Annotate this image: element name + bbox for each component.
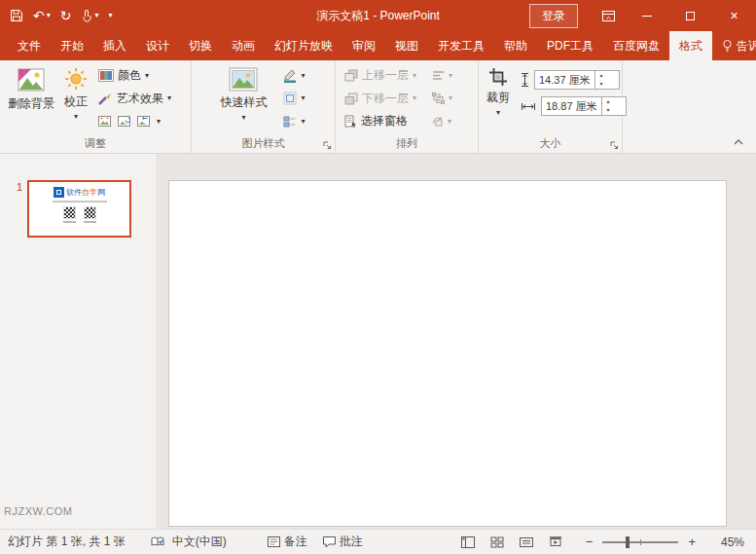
- notes-button[interactable]: 备注: [268, 534, 307, 550]
- minimize-button[interactable]: [625, 0, 668, 31]
- crop-button[interactable]: 裁剪 ▾: [482, 63, 515, 135]
- reset-picture-button[interactable]: [137, 116, 150, 127]
- login-button[interactable]: 登录: [529, 4, 578, 28]
- width-spin-up[interactable]: ▴: [602, 97, 614, 106]
- tab-help[interactable]: 帮助: [494, 31, 537, 60]
- picture-border-dropdown-icon: ▾: [301, 72, 305, 80]
- picture-effects-button[interactable]: ▾: [279, 89, 308, 109]
- save-button[interactable]: [10, 3, 23, 28]
- close-button[interactable]: ×: [712, 0, 756, 31]
- slide-editing-area[interactable]: [168, 180, 727, 527]
- minimize-icon: [642, 16, 652, 17]
- size-dialog-launcher[interactable]: [610, 141, 619, 150]
- tab-pdf-tools[interactable]: PDF工具: [537, 31, 603, 60]
- group-objects-button[interactable]: ▾: [428, 89, 456, 109]
- zoom-slider[interactable]: [602, 541, 678, 543]
- corrections-button[interactable]: 校正 ▾: [59, 63, 92, 135]
- quick-styles-label: 快速样式: [220, 94, 267, 111]
- tab-view[interactable]: 视图: [385, 31, 428, 60]
- color-button[interactable]: 颜色 ▾: [94, 65, 175, 86]
- ribbon-display-options-button[interactable]: [592, 0, 625, 31]
- remove-background-button[interactable]: 删除背景: [3, 63, 59, 135]
- redo-icon: ↻: [60, 9, 72, 22]
- tab-format[interactable]: 格式: [669, 31, 712, 60]
- zoom-in-button[interactable]: +: [682, 535, 702, 549]
- tab-slideshow[interactable]: 幻灯片放映: [265, 31, 342, 60]
- comments-label: 批注: [340, 534, 363, 550]
- ribbon-tab-bar: 文件 开始 插入 设计 切换 动画 幻灯片放映 审阅 视图 开发工具 帮助 PD…: [0, 31, 756, 60]
- comments-button[interactable]: 批注: [323, 534, 363, 550]
- tab-file[interactable]: 文件: [8, 31, 51, 60]
- spellcheck-button[interactable]: [151, 536, 164, 548]
- qr-left: [63, 206, 76, 223]
- group-objects-icon: [432, 92, 445, 104]
- height-icon: [521, 72, 529, 88]
- undo-button[interactable]: ↶ ▾: [33, 3, 51, 28]
- zoom-out-button[interactable]: −: [580, 535, 599, 549]
- change-picture-button[interactable]: [118, 116, 130, 127]
- picture-layout-icon: [283, 116, 297, 128]
- redo-button[interactable]: ↻: [60, 3, 72, 28]
- selection-pane-button[interactable]: 选择窗格: [341, 111, 420, 131]
- tab-design[interactable]: 设计: [136, 31, 179, 60]
- language-button[interactable]: 中文(中国): [172, 534, 227, 550]
- thumbnail-brand-text: 软件自学网: [66, 189, 105, 197]
- send-backward-dropdown-icon: ▾: [413, 94, 416, 102]
- customize-qat-button[interactable]: ▾: [109, 3, 113, 28]
- tab-developer[interactable]: 开发工具: [428, 31, 494, 60]
- slide-sorter-view-button[interactable]: [490, 536, 504, 548]
- picture-styles-group-label: 图片样式: [192, 135, 335, 153]
- slide-thumbnail[interactable]: 软件自学网: [27, 180, 131, 238]
- tab-baidu-netdisk[interactable]: 百度网盘: [603, 31, 669, 60]
- touch-mode-button[interactable]: ▾: [81, 3, 98, 28]
- tab-animations[interactable]: 动画: [222, 31, 265, 60]
- height-spin-up[interactable]: ▴: [595, 71, 607, 80]
- width-input[interactable]: [542, 100, 601, 112]
- corrections-dropdown-icon: ▾: [74, 113, 78, 121]
- rotate-button[interactable]: ▾: [428, 111, 456, 131]
- reading-view-button[interactable]: [520, 536, 533, 548]
- tab-insert[interactable]: 插入: [93, 31, 136, 60]
- picture-styles-dialog-launcher[interactable]: [323, 141, 332, 150]
- bring-forward-button[interactable]: 上移一层 ▾: [341, 65, 420, 86]
- statusbar: 幻灯片 第 1 张, 共 1 张 中文(中国) 备注 批注: [0, 529, 756, 554]
- picture-layout-button[interactable]: ▾: [279, 111, 308, 131]
- compress-picture-button[interactable]: [98, 116, 111, 127]
- zoom-slider-thumb[interactable]: [626, 536, 630, 548]
- height-input[interactable]: [535, 74, 594, 86]
- normal-view-button[interactable]: [461, 536, 475, 548]
- height-spin-down[interactable]: ▾: [595, 80, 607, 89]
- width-spin-down[interactable]: ▾: [602, 106, 614, 115]
- workspace: 1 软件自学网 RJZXW.COM: [0, 154, 756, 529]
- arrange-right-column: ▾ ▾ ▾: [426, 63, 458, 135]
- maximize-button[interactable]: [668, 0, 712, 31]
- thumbnail-qr-row: [63, 206, 96, 223]
- zoom-percentage[interactable]: 45%: [709, 536, 744, 549]
- tab-tellme[interactable]: 告诉我: [712, 31, 756, 60]
- quick-styles-dropdown-icon: ▾: [241, 114, 245, 122]
- rotate-dropdown-icon: ▾: [448, 118, 451, 126]
- bring-forward-dropdown-icon: ▾: [413, 72, 416, 80]
- align-dropdown-icon: ▾: [449, 72, 452, 80]
- slideshow-view-button[interactable]: [549, 536, 562, 548]
- tab-transitions[interactable]: 切换: [179, 31, 222, 60]
- send-backward-button[interactable]: 下移一层 ▾: [341, 89, 420, 109]
- tab-home[interactable]: 开始: [51, 31, 93, 60]
- quick-access-toolbar: ↶ ▾ ↻ ▾ ▾: [0, 3, 113, 28]
- collapse-ribbon-button[interactable]: [731, 136, 746, 148]
- watermark-text: RJZXW.COM: [4, 505, 73, 517]
- brand-part-3: 网: [97, 188, 105, 197]
- save-icon: [10, 9, 23, 22]
- selection-pane-label: 选择窗格: [361, 113, 408, 129]
- tellme-label: 告诉我: [737, 38, 756, 55]
- picture-border-button[interactable]: ▾: [279, 65, 308, 86]
- zoom-controls: − + 45%: [580, 535, 744, 549]
- titlebar: ↶ ▾ ↻ ▾ ▾ 演示文稿1 - PowerPoint 登录: [0, 0, 756, 31]
- artistic-effects-button[interactable]: 艺术效果 ▾: [94, 89, 175, 109]
- quick-styles-button[interactable]: 快速样式 ▾: [215, 63, 271, 135]
- align-button[interactable]: ▾: [428, 65, 456, 86]
- tab-review[interactable]: 审阅: [342, 31, 385, 60]
- thumbnail-row: 1 软件自学网: [10, 180, 157, 238]
- qr-caption-bar: [84, 221, 96, 223]
- arrange-left-column: 上移一层 ▾ 下移一层 ▾ 选择窗格: [339, 63, 422, 135]
